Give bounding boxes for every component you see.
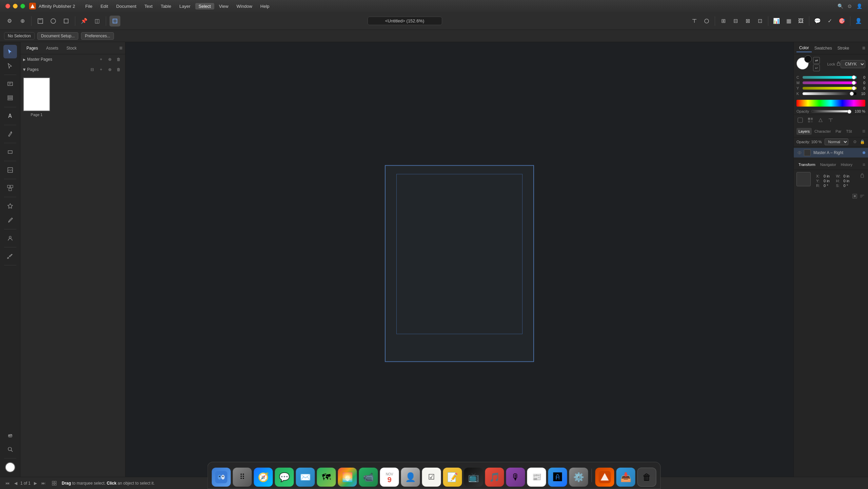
tab-assets[interactable]: Assets <box>43 44 62 52</box>
dock-mail[interactable]: ✉️ <box>296 468 315 487</box>
first-page-btn[interactable]: ⏮ <box>4 480 11 487</box>
tab-navigator[interactable]: Navigator <box>818 162 838 168</box>
lock-aspect-btn[interactable] <box>859 172 865 178</box>
tab-stock[interactable]: Stock <box>63 44 80 52</box>
color-panel-icon[interactable] <box>796 116 804 124</box>
key-track[interactable] <box>803 92 856 95</box>
swatches-panel-icon[interactable] <box>807 116 814 124</box>
table-btn[interactable]: ▦ <box>783 16 794 26</box>
person-tool-btn[interactable] <box>3 231 17 245</box>
prev-page-btn[interactable]: ◀ <box>12 480 19 487</box>
magenta-thumb[interactable] <box>852 81 856 85</box>
pages-duplicate-btn[interactable]: ⊕ <box>106 66 114 73</box>
fx-panel-icon[interactable] <box>817 116 824 124</box>
dock-appstore[interactable]: 🅰 <box>548 468 567 487</box>
dock-facetime[interactable]: 📹 <box>359 468 378 487</box>
pages-delete-btn[interactable]: 🗑 <box>115 66 122 73</box>
dock-news[interactable]: 📰 <box>527 468 546 487</box>
dock-reminders[interactable]: ☑ <box>422 468 441 487</box>
mode-publisher-btn[interactable] <box>110 16 120 26</box>
color-mode-select[interactable]: CMYK RGB HSL <box>841 60 865 68</box>
key-thumb[interactable] <box>850 92 854 96</box>
master-add-btn[interactable]: + <box>97 56 105 63</box>
user-icon[interactable]: 👤 <box>856 3 863 10</box>
page-view-mode-btn[interactable] <box>51 480 58 487</box>
tab-pages[interactable]: Pages <box>23 44 41 52</box>
image-btn[interactable]: 🖼 <box>795 16 806 26</box>
pages-panel-menu-btn[interactable]: ≡ <box>119 45 122 51</box>
dock-appletv[interactable]: 📺 <box>464 468 483 487</box>
layer-settings-btn[interactable]: ⚙ <box>852 139 858 145</box>
swap-colors-btn[interactable]: ⇄ <box>813 57 820 64</box>
rectangle-tool-btn[interactable] <box>3 145 17 159</box>
data-merge-tool-btn[interactable] <box>3 181 17 195</box>
menu-view[interactable]: View <box>216 3 232 10</box>
expand-btn[interactable]: ◫ <box>92 16 102 26</box>
last-page-btn[interactable]: ⏭ <box>40 480 47 487</box>
opacity-track[interactable] <box>811 110 851 113</box>
picture-frame-tool-btn[interactable] <box>3 163 17 177</box>
search-icon[interactable]: 🔍 <box>837 3 844 10</box>
dock-files[interactable]: 📥 <box>616 468 635 487</box>
menu-window[interactable]: Window <box>233 3 256 10</box>
master-pages-header[interactable]: ▶ Master Pages + ⊕ 🗑 <box>20 54 125 64</box>
align-to-page-btn[interactable] <box>852 193 858 199</box>
color-indicator-btn[interactable] <box>3 460 17 474</box>
align-center-btn[interactable]: ⊟ <box>730 16 741 26</box>
tab-character[interactable]: Character <box>812 128 833 135</box>
dock-notes[interactable]: 📝 <box>443 468 462 487</box>
maximize-window-button[interactable] <box>20 4 25 8</box>
layer-lock-btn[interactable]: 🔒 <box>859 139 865 145</box>
dock-music[interactable]: 🎵 <box>485 468 504 487</box>
dock-trash[interactable]: 🗑 <box>637 468 656 487</box>
artistic-text-tool-btn[interactable]: A <box>3 109 17 123</box>
paintbrush-tool-btn[interactable] <box>3 213 17 227</box>
frame-text-btn[interactable] <box>35 16 46 26</box>
menu-select[interactable]: Select <box>195 3 214 10</box>
dock-launchpad[interactable]: ⠿ <box>233 468 252 487</box>
menu-table[interactable]: Table <box>157 3 175 10</box>
menu-layer[interactable]: Layer <box>176 3 194 10</box>
master-duplicate-btn[interactable]: ⊕ <box>106 56 114 63</box>
user-account-btn[interactable]: 👤 <box>853 16 864 26</box>
tab-color[interactable]: Color <box>796 44 812 52</box>
pen-tool-btn[interactable] <box>3 127 17 141</box>
cyan-thumb[interactable] <box>852 75 856 79</box>
hand-tool-btn[interactable] <box>3 428 17 442</box>
menu-edit[interactable]: Edit <box>97 3 111 10</box>
reset-colors-btn[interactable]: ↩ <box>813 64 820 71</box>
node-tool-btn[interactable] <box>3 59 17 73</box>
type-panel-icon[interactable] <box>827 116 834 124</box>
dock-messages[interactable]: 💬 <box>275 468 294 487</box>
move-tool-btn[interactable]: ⚙ <box>4 16 15 26</box>
oval-btn[interactable] <box>48 16 59 26</box>
close-window-button[interactable] <box>5 4 10 8</box>
target-btn[interactable]: 🎯 <box>836 16 847 26</box>
layer-visibility-btn[interactable] <box>796 150 803 156</box>
pin-btn[interactable]: 📌 <box>79 16 90 26</box>
dock-syspreferences[interactable]: ⚙️ <box>569 468 588 487</box>
zoom-tool-btn[interactable] <box>3 443 17 456</box>
align-right-btn[interactable]: ⊠ <box>742 16 753 26</box>
dock-calendar[interactable]: NOV 9 <box>380 468 399 487</box>
stroke-color-swatch[interactable] <box>804 55 812 63</box>
tab-par[interactable]: Par <box>833 128 843 135</box>
text-mode-btn[interactable] <box>689 16 700 26</box>
no-selection-btn[interactable]: No Selection <box>4 32 35 40</box>
dock-podcasts[interactable]: 🎙 <box>506 468 525 487</box>
preferences-btn[interactable]: Preferences... <box>81 32 114 40</box>
menu-help[interactable]: Help <box>257 3 273 10</box>
opacity-thumb[interactable] <box>847 110 851 114</box>
color-picker-btn[interactable] <box>701 16 712 26</box>
dock-safari[interactable]: 🧭 <box>254 468 273 487</box>
yellow-track[interactable] <box>803 87 856 90</box>
minimize-window-button[interactable] <box>13 4 18 8</box>
distribute-btn[interactable]: ⊡ <box>754 16 765 26</box>
magenta-track[interactable] <box>803 81 856 84</box>
tab-stroke[interactable]: Stroke <box>835 44 852 52</box>
align-left-btn[interactable]: ⊞ <box>718 16 729 26</box>
color-panel-menu[interactable]: ≡ <box>862 45 865 51</box>
tab-transform[interactable]: Transform <box>796 162 817 168</box>
pages-add-btn[interactable]: + <box>97 66 105 73</box>
tab-history[interactable]: History <box>839 162 854 168</box>
